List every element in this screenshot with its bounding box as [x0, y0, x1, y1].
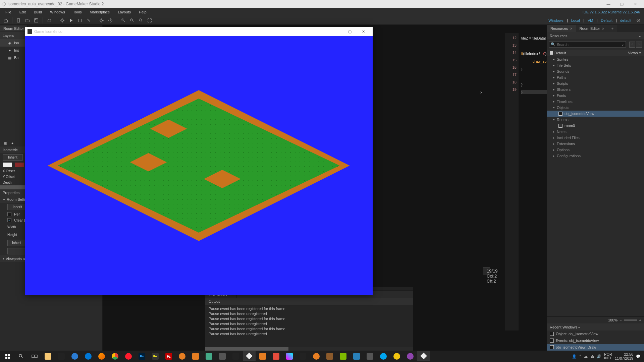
- tree-notes[interactable]: Notes: [547, 129, 644, 135]
- clean-icon[interactable]: [85, 17, 92, 24]
- close-icon[interactable]: ✕: [602, 27, 604, 31]
- inherit-button-3[interactable]: Inherit: [7, 240, 26, 246]
- tray-clock[interactable]: 22:5611/07/2019: [615, 352, 633, 360]
- menu-windows[interactable]: Windows: [46, 9, 69, 15]
- tray-language[interactable]: PORINTL: [604, 353, 612, 360]
- inherit-button-2[interactable]: Inherit: [7, 204, 28, 210]
- taskbar-fireworks-icon[interactable]: Fw: [149, 351, 162, 361]
- tab-add[interactable]: +: [608, 25, 617, 32]
- target-settings-icon[interactable]: [635, 17, 642, 24]
- taskbar-chrome-icon[interactable]: [109, 351, 121, 361]
- game-titlebar[interactable]: Game Isométrico — ▢ ✕: [25, 27, 373, 36]
- next-button[interactable]: ›: [636, 42, 642, 48]
- menu-tools[interactable]: Tools: [69, 9, 86, 15]
- tray-cloud-icon[interactable]: ☁: [584, 354, 588, 359]
- tree-included[interactable]: Included Files: [547, 135, 644, 141]
- open-project-icon[interactable]: [24, 17, 31, 24]
- target-worker[interactable]: Local: [571, 18, 580, 22]
- add-bg-icon[interactable]: ●: [10, 141, 15, 145]
- tree-configs[interactable]: Configurations: [547, 153, 644, 159]
- chevron-down-icon[interactable]: ⌄: [578, 325, 581, 329]
- maximize-button[interactable]: ▢: [343, 27, 357, 36]
- tree-fonts[interactable]: Fonts: [547, 93, 644, 99]
- taskbar-app-icon[interactable]: [323, 351, 336, 361]
- add-layer-icon[interactable]: ▦: [3, 141, 7, 145]
- tree-sprites[interactable]: Sprites: [547, 56, 644, 62]
- taskbar-ie-icon[interactable]: [68, 351, 81, 361]
- recent-header[interactable]: Recent Windows⌄: [547, 323, 644, 330]
- menu-marketplace[interactable]: Marketplace: [86, 9, 114, 15]
- tree-sounds[interactable]: Sounds: [547, 68, 644, 74]
- taskbar-app-icon[interactable]: [270, 351, 282, 361]
- tab-room-editor-right[interactable]: Room Editor✕: [576, 25, 608, 32]
- prev-button[interactable]: ‹: [629, 42, 635, 48]
- tab-resources[interactable]: Resources✕: [547, 25, 576, 32]
- zoom-in-icon[interactable]: [120, 17, 127, 24]
- recent-item[interactable]: Object: obj_isometricView: [547, 330, 644, 337]
- swatch[interactable]: [15, 163, 24, 167]
- taskbar-firefox-icon[interactable]: [95, 351, 108, 361]
- code-lines[interactable]: tileZ = tileData[TIL if(tileIndex != 0){…: [519, 33, 547, 330]
- taskbar-blender-icon[interactable]: [310, 351, 323, 361]
- recent-item[interactable]: Events: obj_isometricView: [547, 337, 644, 344]
- target-device[interactable]: Default: [601, 18, 612, 22]
- play-icon[interactable]: [67, 17, 75, 24]
- tree-tilesets[interactable]: Tile Sets: [547, 62, 644, 68]
- chevron-down-icon[interactable]: ⌄: [621, 42, 624, 47]
- search-input[interactable]: [557, 43, 620, 47]
- inherit-button[interactable]: Inherit: [3, 154, 23, 161]
- recent-item[interactable]: obj_isometricView: Draw: [547, 344, 644, 351]
- views-label[interactable]: Views: [628, 51, 638, 55]
- taskbar-gms2-icon[interactable]: [243, 351, 256, 361]
- close-button[interactable]: ✕: [357, 27, 370, 36]
- taskbar-app-icon[interactable]: [189, 351, 202, 361]
- taskbar-app-icon[interactable]: [337, 351, 350, 361]
- close-button[interactable]: ✕: [629, 0, 642, 8]
- output-body[interactable]: Pause event has been registered for this…: [205, 305, 413, 347]
- new-project-icon[interactable]: [15, 17, 22, 24]
- output-scrollbar[interactable]: [205, 347, 413, 351]
- tree-rooms[interactable]: Rooms: [547, 117, 644, 123]
- tree-options[interactable]: Options: [547, 147, 644, 153]
- debug-icon[interactable]: [59, 17, 66, 24]
- save-icon[interactable]: [33, 17, 40, 24]
- search-button[interactable]: [15, 351, 28, 361]
- tree-shaders[interactable]: Shaders: [547, 86, 644, 93]
- taskbar-app-icon[interactable]: [377, 351, 390, 361]
- tray-people-icon[interactable]: 👤: [572, 354, 577, 359]
- taskbar-app-icon[interactable]: [350, 351, 363, 361]
- tray-chevron-icon[interactable]: ˄: [579, 354, 581, 359]
- taskbar-game-icon[interactable]: [417, 351, 430, 361]
- menu-file[interactable]: File: [1, 9, 15, 15]
- tree-timelines[interactable]: Timelines: [547, 99, 644, 105]
- close-icon[interactable]: ✕: [570, 27, 573, 31]
- tree-extensions[interactable]: Extensions: [547, 141, 644, 147]
- tray-volume-icon[interactable]: 🔊: [597, 354, 601, 359]
- taskbar-edge-icon[interactable]: [82, 351, 95, 361]
- taskbar-app-icon[interactable]: [229, 351, 242, 361]
- build-icon[interactable]: [46, 17, 53, 24]
- tab-room-editor[interactable]: Room Editor: [0, 25, 28, 32]
- stop-icon[interactable]: [76, 17, 84, 24]
- menu-help[interactable]: Help: [135, 9, 151, 15]
- tree-obj-isometricview[interactable]: obj_isometricView: [547, 111, 644, 117]
- tree-objects[interactable]: Objects: [547, 105, 644, 111]
- tree-scripts[interactable]: Scripts: [547, 80, 644, 86]
- taskbar-unity-icon[interactable]: [297, 351, 309, 361]
- target-platform[interactable]: Windows: [548, 18, 564, 22]
- taskbar-app-icon[interactable]: [390, 351, 403, 361]
- minimize-button[interactable]: —: [602, 0, 615, 8]
- home-icon[interactable]: [2, 17, 9, 24]
- chevron-down-icon[interactable]: ⌄: [638, 34, 641, 38]
- zoom-slider[interactable]: [624, 319, 637, 321]
- menu-layouts[interactable]: Layouts: [114, 9, 135, 15]
- zoom-reset-icon[interactable]: [137, 17, 145, 24]
- menu-icon[interactable]: ≡: [639, 51, 641, 55]
- zoom-out-icon[interactable]: [128, 17, 136, 24]
- tray-network-icon[interactable]: 🖧: [590, 354, 594, 358]
- taskbar-filezilla-icon[interactable]: Fz: [162, 351, 175, 361]
- gear-icon[interactable]: [98, 17, 105, 24]
- tree-paths[interactable]: Paths: [547, 74, 644, 80]
- taskbar-opera-icon[interactable]: [122, 351, 135, 361]
- fold-marker-icon[interactable]: ▹: [480, 90, 482, 95]
